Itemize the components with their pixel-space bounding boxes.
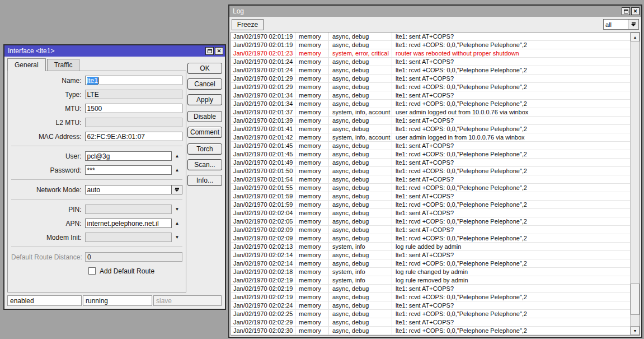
log-cell: async, debug [329, 293, 392, 301]
log-filter-dropdown-button[interactable] [628, 19, 639, 30]
freeze-button[interactable]: Freeze [232, 19, 264, 30]
log-cell: memory [295, 310, 329, 318]
scroll-up-button[interactable]: ▲ [631, 32, 640, 41]
mtu-field[interactable]: 1500 [85, 104, 182, 113]
ok-button[interactable]: OK [187, 63, 222, 74]
log-cell: Jan/02/1970 02:01:39 [231, 117, 295, 124]
name-field[interactable]: lte1 [85, 76, 182, 85]
log-row[interactable]: Jan/02/1970 02:01:49memoryasync, debuglt… [231, 159, 630, 167]
maximize-button[interactable] [205, 47, 214, 55]
log-row[interactable]: Jan/02/1970 02:01:50memoryasync, debuglt… [231, 167, 630, 175]
cancel-button[interactable]: Cancel [187, 78, 222, 90]
log-window-titlebar[interactable]: Log ✕ [229, 6, 641, 17]
log-cell: Jan/02/1970 02:02:14 [231, 251, 295, 259]
default-route-distance-field[interactable]: 0 [85, 252, 182, 262]
log-row[interactable]: Jan/02/1970 02:01:37memorysystem, info, … [231, 108, 630, 117]
log-row[interactable]: Jan/02/1970 02:01:54memoryasync, debuglt… [231, 175, 630, 184]
log-cell: Jan/02/1970 02:02:09 [231, 234, 295, 242]
l2-mtu-field[interactable] [85, 118, 182, 127]
form-row: Password:***▲ [11, 165, 182, 175]
down-arrow-button[interactable]: ▼ [172, 233, 182, 242]
scan-button[interactable]: Scan... [187, 159, 222, 170]
log-row[interactable]: Jan/02/1970 02:01:24memoryasync, debuglt… [231, 66, 630, 75]
log-row[interactable]: Jan/02/1970 02:01:29memoryasync, debuglt… [231, 75, 630, 83]
type-label: Type: [11, 91, 85, 99]
mac-address-field[interactable]: 62:FC:9E:AB:01:07 [85, 132, 182, 141]
info-button[interactable]: Info... [187, 175, 222, 186]
log-row[interactable]: Jan/02/1970 02:02:24memoryasync, debuglt… [231, 301, 630, 310]
log-row[interactable]: Jan/02/1970 02:02:19memoryasync, debuglt… [231, 285, 630, 293]
log-row[interactable]: Jan/02/1970 02:02:04memoryasync, debuglt… [231, 209, 630, 217]
separator [11, 199, 182, 199]
vertical-scrollbar[interactable]: ▲ ▼ [630, 32, 640, 335]
log-row[interactable]: Jan/02/1970 02:01:29memoryasync, debuglt… [231, 83, 630, 91]
log-cell: memory [295, 75, 329, 82]
log-cell: memory [295, 49, 329, 57]
network-mode-dropdown-button[interactable] [172, 185, 182, 194]
form-row: Network Mode:auto [11, 185, 182, 194]
torch-button[interactable]: Torch [187, 143, 222, 155]
log-row[interactable]: Jan/02/1970 02:02:09memoryasync, debuglt… [231, 226, 630, 234]
type-field[interactable]: LTE [85, 90, 182, 99]
scrollbar-thumb[interactable] [631, 284, 640, 315]
comment-button[interactable]: Comment [187, 127, 222, 138]
disable-button[interactable]: Disable [187, 111, 222, 122]
apn-field[interactable]: internet.pelephone.net.il [85, 219, 172, 228]
password-field[interactable]: *** [85, 165, 172, 175]
log-row[interactable]: Jan/02/1970 02:01:34memoryasync, debuglt… [231, 91, 630, 100]
maximize-button[interactable] [622, 7, 630, 15]
log-row[interactable]: Jan/02/1970 02:01:42memorysystem, info, … [231, 133, 630, 142]
log-cell: async, debug [329, 75, 392, 82]
up-arrow-button[interactable]: ▲ [172, 151, 182, 161]
log-row[interactable]: Jan/02/1970 02:02:05memoryasync, debuglt… [231, 217, 630, 226]
log-row[interactable]: Jan/02/1970 02:02:18memorysystem, infolo… [231, 268, 630, 276]
log-row[interactable]: Jan/02/1970 02:02:25memoryasync, debuglt… [231, 310, 630, 318]
scroll-down-button[interactable]: ▼ [631, 326, 640, 335]
log-row[interactable]: Jan/02/1970 02:02:13memorysystem, infolo… [231, 243, 630, 251]
modem-init-label: Modem Init: [11, 234, 85, 242]
log-filter-input[interactable] [603, 19, 628, 30]
tab-general[interactable]: General [7, 58, 46, 71]
log-cell: Jan/02/1970 02:01:23 [231, 49, 295, 57]
network-mode-field[interactable]: auto [85, 185, 172, 194]
user-field[interactable]: pcl@3g [85, 151, 172, 161]
field-wrap: auto [85, 185, 182, 194]
tab-traffic[interactable]: Traffic [47, 59, 80, 71]
close-button[interactable]: ✕ [215, 47, 223, 55]
modem-init-field[interactable] [85, 233, 172, 242]
log-cell: async, debug [329, 234, 392, 242]
log-row[interactable]: Jan/02/1970 02:01:23memorysystem, error,… [231, 49, 630, 58]
text-cursor [98, 77, 99, 84]
up-arrow-button[interactable]: ▲ [172, 219, 182, 228]
log-row[interactable]: Jan/02/1970 02:01:41memoryasync, debuglt… [231, 125, 630, 133]
close-button[interactable]: ✕ [631, 7, 640, 15]
log-row[interactable]: Jan/02/1970 02:02:14memoryasync, debuglt… [231, 259, 630, 268]
log-cell: async, debug [329, 327, 392, 335]
log-cell: async, debug [329, 209, 392, 217]
log-row[interactable]: Jan/02/1970 02:02:29memoryasync, debuglt… [231, 318, 630, 327]
log-row[interactable]: Jan/02/1970 02:02:19memorysystem, infolo… [231, 276, 630, 285]
interface-dialog-titlebar[interactable]: Interface <lte1> ✕ [4, 45, 225, 57]
log-row[interactable]: Jan/02/1970 02:01:34memoryasync, debuglt… [231, 100, 630, 108]
apply-button[interactable]: Apply [187, 94, 222, 105]
log-cell: async, debug [329, 41, 392, 49]
log-row[interactable]: Jan/02/1970 02:01:55memoryasync, debuglt… [231, 184, 630, 192]
pin-field[interactable] [85, 205, 172, 214]
log-row[interactable]: Jan/02/1970 02:02:14memoryasync, debuglt… [231, 251, 630, 259]
log-row[interactable]: Jan/02/1970 02:02:09memoryasync, debuglt… [231, 234, 630, 243]
log-cell: memory [295, 83, 329, 91]
log-row[interactable]: Jan/02/1970 02:01:24memoryasync, debuglt… [231, 58, 630, 66]
up-arrow-button[interactable]: ▲ [172, 165, 182, 175]
log-row[interactable]: Jan/02/1970 02:01:45memoryasync, debuglt… [231, 142, 630, 150]
down-arrow-button[interactable]: ▼ [172, 205, 182, 214]
log-row[interactable]: Jan/02/1970 02:02:19memoryasync, debuglt… [231, 293, 630, 301]
log-row[interactable]: Jan/02/1970 02:02:30memoryasync, debuglt… [231, 327, 630, 335]
pin-label: PIN: [11, 206, 85, 213]
log-row[interactable]: Jan/02/1970 02:01:19memoryasync, debuglt… [231, 32, 630, 41]
log-row[interactable]: Jan/02/1970 02:01:39memoryasync, debuglt… [231, 117, 630, 125]
log-row[interactable]: Jan/02/1970 02:01:59memoryasync, debuglt… [231, 192, 630, 201]
add-default-route-checkbox[interactable] [88, 267, 96, 275]
log-row[interactable]: Jan/02/1970 02:01:59memoryasync, debuglt… [231, 201, 630, 209]
log-row[interactable]: Jan/02/1970 02:01:19memoryasync, debuglt… [231, 41, 630, 49]
log-row[interactable]: Jan/02/1970 02:01:45memoryasync, debuglt… [231, 150, 630, 159]
